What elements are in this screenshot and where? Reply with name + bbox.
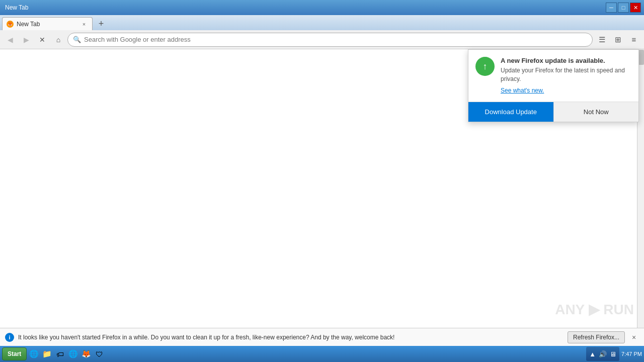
notification-close-button[interactable]: × bbox=[629, 332, 639, 342]
notification-message: It looks like you haven't started Firefo… bbox=[18, 334, 564, 341]
tab-close-button[interactable]: × bbox=[80, 20, 88, 28]
whats-new-link[interactable]: See what's new. bbox=[501, 87, 544, 94]
tab-label: New Tab bbox=[17, 21, 40, 28]
title-bar-left: New Tab bbox=[3, 4, 28, 11]
app-title: New Tab bbox=[5, 4, 28, 11]
start-button[interactable]: Start bbox=[2, 347, 27, 360]
taskbar-chrome-icon[interactable]: 🌐 bbox=[67, 348, 79, 360]
download-update-button[interactable]: Download Update bbox=[468, 102, 553, 122]
refresh-firefox-button[interactable]: Refresh Firefox... bbox=[568, 331, 625, 343]
active-tab[interactable]: 🦊 New Tab × bbox=[2, 17, 93, 30]
forward-button[interactable]: ▶ bbox=[19, 33, 33, 47]
back-button[interactable]: ◀ bbox=[3, 33, 17, 47]
sync-button[interactable]: ⊞ bbox=[611, 33, 625, 47]
address-input[interactable] bbox=[84, 36, 587, 43]
taskbar-firefox-icon[interactable]: 🦊 bbox=[80, 348, 92, 360]
clock[interactable]: 7:47 PM bbox=[621, 351, 642, 357]
update-description: Update your Firefox for the latest in sp… bbox=[501, 66, 631, 83]
notification-bar: i It looks like you haven't started Fire… bbox=[0, 328, 644, 346]
tray-network-icon[interactable]: 🖥 bbox=[610, 350, 616, 358]
watermark-text: ANY ▶ RUN bbox=[555, 301, 634, 318]
menu-button[interactable]: ≡ bbox=[627, 33, 641, 47]
toolbar-right: ☰ ⊞ ≡ bbox=[595, 33, 641, 47]
start-label: Start bbox=[8, 350, 21, 357]
stop-button[interactable]: ✕ bbox=[35, 33, 49, 47]
taskbar-right: ▲ 🔊 🖥 7:47 PM bbox=[586, 347, 642, 361]
taskbar-files-icon[interactable]: 📁 bbox=[41, 348, 53, 360]
search-icon: 🔍 bbox=[73, 36, 81, 43]
restore-button[interactable]: □ bbox=[618, 3, 629, 13]
bookmarks-button[interactable]: ☰ bbox=[595, 33, 609, 47]
update-text-block: A new Firefox update is available. Updat… bbox=[501, 57, 631, 95]
system-tray: ▲ 🔊 🖥 bbox=[586, 347, 619, 361]
watermark: ANY ▶ RUN bbox=[555, 301, 634, 318]
minimize-button[interactable]: ─ bbox=[606, 3, 617, 13]
close-button[interactable]: ✕ bbox=[630, 3, 641, 13]
taskbar-left: Start 🌐 📁 🏷 🌐 🦊 🛡 bbox=[2, 347, 105, 360]
tray-speaker-icon[interactable]: 🔊 bbox=[599, 350, 607, 358]
update-popup-footer: Download Update Not Now bbox=[468, 102, 638, 122]
home-button[interactable]: ⌂ bbox=[51, 33, 65, 47]
update-popup: ↑ A new Firefox update is available. Upd… bbox=[468, 49, 639, 122]
update-title: A new Firefox update is available. bbox=[501, 57, 631, 64]
update-icon: ↑ bbox=[475, 57, 495, 76]
taskbar-ie-icon[interactable]: 🌐 bbox=[28, 348, 40, 360]
window-controls: ─ □ ✕ bbox=[606, 3, 641, 13]
title-bar: New Tab ─ □ ✕ bbox=[0, 0, 644, 15]
taskbar: Start 🌐 📁 🏷 🌐 🦊 🛡 ▲ 🔊 🖥 7:47 PM bbox=[0, 346, 644, 362]
tab-bar: 🦊 New Tab × + bbox=[0, 15, 644, 30]
tab-favicon: 🦊 bbox=[7, 21, 14, 28]
update-popup-body: ↑ A new Firefox update is available. Upd… bbox=[468, 50, 638, 102]
not-now-button[interactable]: Not Now bbox=[553, 102, 639, 122]
main-content: ↑ A new Firefox update is available. Upd… bbox=[0, 49, 644, 328]
nav-bar: ◀ ▶ ✕ ⌂ 🔍 ☰ ⊞ ≡ bbox=[0, 30, 644, 49]
taskbar-security-icon[interactable]: 🛡 bbox=[93, 348, 105, 360]
notification-icon: i bbox=[5, 333, 14, 342]
address-bar-container: 🔍 bbox=[67, 33, 593, 47]
taskbar-tag-icon[interactable]: 🏷 bbox=[54, 348, 66, 360]
new-tab-button[interactable]: + bbox=[95, 17, 108, 30]
tray-arrow-icon: ▲ bbox=[589, 350, 596, 358]
